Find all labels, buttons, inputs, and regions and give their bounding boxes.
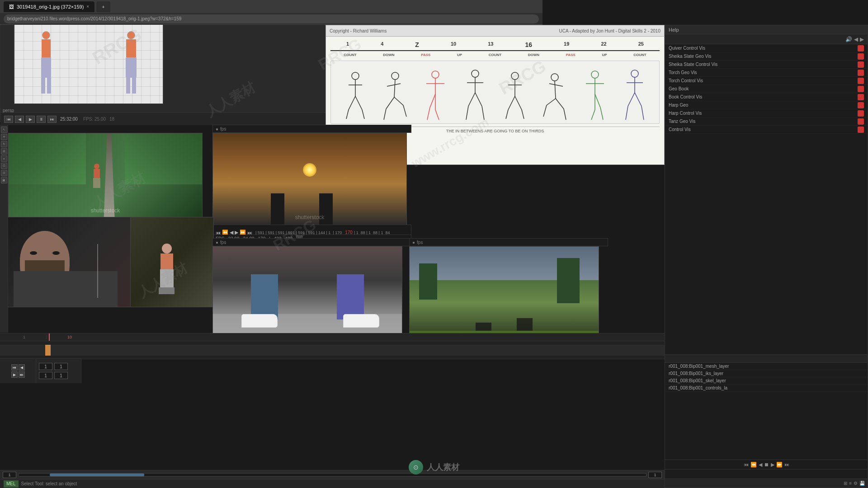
visibility-btn-tanz-geo[interactable] [858,118,864,125]
video-panel-header-1: ● fps [212,125,411,133]
transport-pause[interactable]: ⏸ [37,116,46,123]
outliner-item-tanz-geo[interactable]: Tanz Geo Vis [665,117,868,126]
right-stop[interactable]: ⏹ [764,462,769,467]
maya-timeline[interactable] [0,341,665,359]
outliner-item-harp-geo[interactable]: Harp Geo [665,101,868,109]
tool-scale[interactable]: ⊞ [1,148,7,155]
tool-move[interactable]: ✛ [1,134,7,140]
audio-btn-2[interactable]: ◀ [854,36,858,42]
svg-line-19 [427,108,430,120]
start-frame-input[interactable] [39,363,52,370]
left-jeans [251,274,278,319]
watermark-site-text: 人人素材 [427,462,459,473]
timeline-scrub-area[interactable]: 1 10 [0,333,665,341]
playhead[interactable] [49,333,50,341]
range-bar-end[interactable] [648,472,662,478]
range-start-input[interactable] [39,372,52,379]
visibility-btn-sheika-state[interactable] [858,61,864,68]
svg-line-12 [384,109,386,120]
visibility-btn-control-vis[interactable] [858,127,864,133]
visibility-btn-harp-geo[interactable] [858,102,864,108]
visibility-btn-quiver[interactable] [858,45,864,52]
right-play-back[interactable]: ◀ [759,462,762,468]
eye-right [52,251,60,255]
tab-close-button[interactable]: × [86,4,89,9]
tool-misc-2[interactable]: ⊡ [1,163,7,169]
keyframe-marker[interactable] [45,345,51,356]
visibility-btn-sheika-slate[interactable] [858,53,864,60]
channel-controls-label: r001_008:Bip001_controls_la [669,385,727,390]
channel-iks-layer[interactable]: r001_008:Bip001_iks_layer [665,370,868,377]
icon-settings[interactable]: ⚙ [854,481,858,486]
position-labels: COUNT DOWN PASS UP COUNT DOWN PASS UP CO… [330,53,660,57]
mel-label[interactable]: MEL [4,480,19,488]
transport-step-back[interactable]: ◀ [15,116,24,123]
character-reference-viewport: persp [0,20,325,115]
outliner-item-book-control[interactable]: Book Control Vis [665,93,868,101]
svg-point-28 [511,72,519,80]
range-end-input[interactable] [54,372,68,379]
tool-misc-1[interactable]: ≡ [1,155,7,162]
outliner-item-geo-book[interactable]: Geo Book [665,85,868,93]
outliner-item-harp-control[interactable]: Harp Control Vis [665,109,868,117]
right-play-fwd[interactable]: ▶ [771,462,774,468]
visibility-btn-book-control[interactable] [858,94,864,100]
range-handle[interactable] [50,474,144,476]
svg-line-9 [387,84,401,86]
anim-step-back[interactable]: ◀ [19,364,25,371]
new-tab-button[interactable]: + [96,1,110,12]
channel-controls-layer[interactable]: r001_008:Bip001_controls_la [665,385,868,392]
visibility-btn-harp-control[interactable] [858,110,864,117]
channel-iks-label: r001_008:Bip001_iks_layer [669,371,723,376]
browser-tab-label: 3019418_orig-1.jpg (372×159) [17,4,84,9]
anim-play[interactable]: ▶ [11,371,18,378]
svg-line-3 [349,96,355,110]
legs-front [126,78,136,94]
right-skip-start[interactable]: ⏮ [744,462,749,467]
right-skip-end[interactable]: ⏭ [784,462,789,467]
tool-misc-3[interactable]: ⊟ [1,170,7,176]
range-bar-start[interactable] [3,472,16,478]
outliner-item-quiver[interactable]: Quiver Control Vis [665,44,868,52]
watermark-logo: ⊙ 人人素材 [409,460,459,474]
right-step-back[interactable]: ⏪ [750,462,757,468]
tool-select[interactable]: ↖ [1,127,7,133]
outliner-item-sheika-slate[interactable]: Sheika Slate Geo Vis [665,52,868,61]
audio-btn-1[interactable]: 🔊 [845,36,852,42]
outliner-item-torch-geo[interactable]: Torch Geo Vis [665,69,868,77]
visibility-btn-torch-geo[interactable] [858,70,864,76]
video-panel-2-header: ● fps [212,238,411,246]
tree-1 [419,263,437,300]
tool-misc-4[interactable]: ▣ [1,177,7,183]
audio-row: 🔊 ◀ ▶ [665,34,868,44]
anim-skip-end[interactable]: ⏭ [19,371,25,378]
right-step-fwd[interactable]: ⏩ [776,462,783,468]
transport-skip-fwd[interactable]: ⏭ [47,116,57,123]
outliner-item-torch-control[interactable]: Torch Control Vis [665,77,868,85]
transport-skip-back[interactable]: ⏮ [4,116,13,123]
icon-save[interactable]: 💾 [859,481,865,486]
range-slider[interactable] [18,473,646,477]
address-input[interactable]: bridgetharveyani210.files.wordpress.com/… [4,14,539,23]
frame-inputs [36,358,81,383]
marker-1: 1 [2,335,47,339]
end-frame-input[interactable] [54,363,68,370]
channel-mesh-label: r001_008:Bip001_mesh_layer [669,364,729,369]
channel-mesh-layer[interactable]: r001_008:Bip001_mesh_layer [665,363,868,370]
browser-tab-active[interactable]: 🖼 3019418_orig-1.jpg (372×159) × [4,1,94,12]
outliner-item-control-vis[interactable]: Control Vis [665,126,868,134]
visibility-btn-torch-control[interactable] [858,78,864,84]
icon-list[interactable]: ≡ [849,481,852,486]
right-jeans [337,274,364,319]
outliner-item-sheika-state[interactable]: Sheika State Control Vis [665,61,868,69]
tool-rotate[interactable]: ↻ [1,141,7,147]
video-content: shutterstock [9,133,202,218]
transport-play[interactable]: ▶ [26,116,35,123]
visibility-btn-geo-book[interactable] [858,86,864,92]
icon-grid[interactable]: ⊞ [844,481,847,486]
audio-btn-3[interactable]: ▶ [860,36,864,42]
channel-skel-layer[interactable]: r001_008:Bip001_skel_layer [665,377,868,385]
transport-controls: ⏮ ◀ ▶ ⏸ ⏭ 25:32:00 FPS: 25.00 18 [0,113,326,125]
channels-header [665,355,868,363]
anim-skip-start[interactable]: ⏮ [11,364,18,371]
